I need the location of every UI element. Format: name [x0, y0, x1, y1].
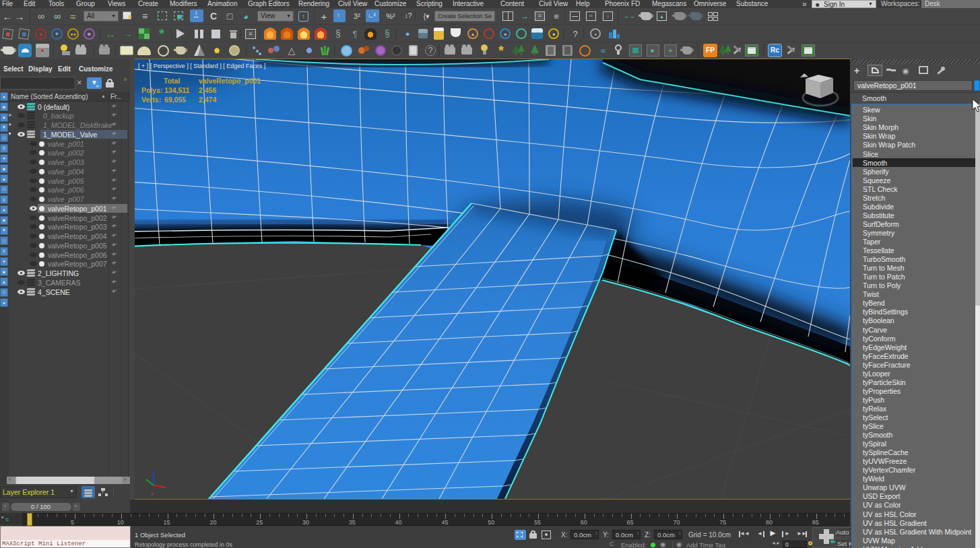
svg-text:2,474: 2,474	[199, 96, 216, 104]
svg-text:[ + ] [ Perspective ] [ Standa: [ + ] [ Perspective ] [ Standard ] [ Edg…	[138, 63, 265, 69]
svg-text:Total: Total	[164, 77, 180, 85]
svg-text:valveRetopo_p001: valveRetopo_p001	[199, 77, 261, 85]
svg-text:Verts:: Verts:	[141, 96, 161, 104]
svg-text:Polys:: Polys:	[141, 86, 163, 94]
svg-text:69,055: 69,055	[164, 96, 186, 104]
svg-text:134,511: 134,511	[164, 86, 190, 94]
svg-text:2,456: 2,456	[199, 86, 216, 94]
svg-text:x: x	[151, 491, 154, 497]
